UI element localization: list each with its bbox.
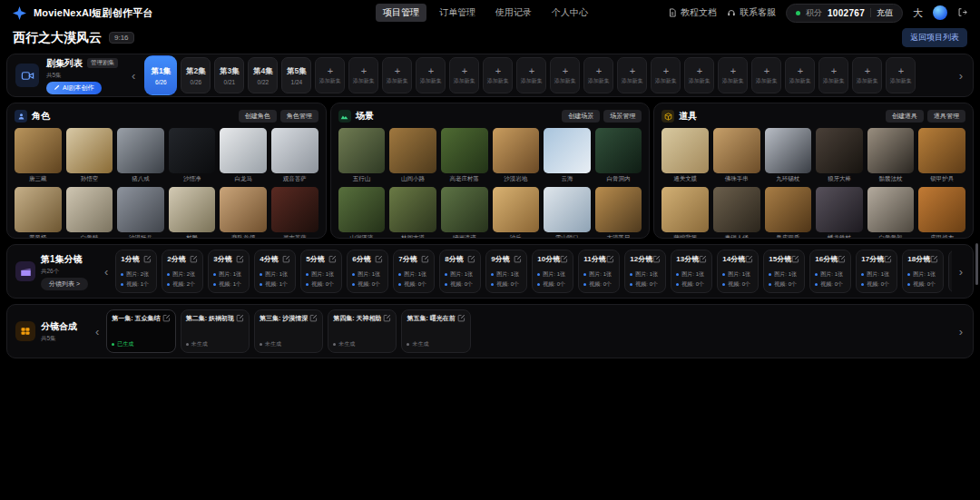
edit-icon[interactable] (791, 255, 799, 263)
props-tile-7[interactable]: 青铜人俑 (713, 187, 760, 239)
add-episode-card[interactable]: + 添加新集 (315, 57, 345, 93)
avatar[interactable] (933, 5, 947, 20)
compose-card-5[interactable]: 第五集: 曙光在前 未生成 (401, 309, 470, 353)
characters-tile-10[interactable]: 商队首领 (220, 187, 267, 239)
add-episode-card[interactable]: + 添加新集 (449, 57, 479, 93)
edit-icon[interactable] (328, 255, 337, 263)
compose-card-3[interactable]: 第三集: 沙漠情深 未生成 (254, 309, 323, 353)
shot-card-15[interactable]: 15分镜 图片: 1张 视频: 0个 (763, 250, 805, 293)
edit-icon[interactable] (884, 255, 892, 263)
characters-tile-5[interactable]: 观音菩萨 (271, 128, 318, 182)
create-prop-button[interactable]: 创建道具 (886, 110, 924, 123)
edit-icon[interactable] (560, 255, 568, 263)
props-tile-9[interactable]: 蟠龙铁杖 (816, 187, 863, 239)
edit-icon[interactable] (457, 314, 466, 322)
edit-icon[interactable] (421, 255, 429, 263)
props-tile-1[interactable]: 佛珠手串 (713, 128, 760, 182)
edit-icon[interactable] (699, 255, 707, 263)
props-tile-6[interactable]: 藤编背篓 (662, 187, 709, 239)
page-scrollbar[interactable] (975, 243, 978, 285)
scenes-tile-11[interactable]: 大漠落日 (595, 187, 642, 239)
shot-card-11[interactable]: 11分镜 图片: 1张 视频: 0个 (578, 250, 620, 293)
add-episode-card[interactable]: + 添加新集 (550, 57, 580, 93)
manage-episodes-button[interactable]: 管理剧集 (87, 58, 118, 68)
episode-card-2[interactable]: 第2集0/26 (181, 57, 211, 93)
shot-card-18[interactable]: 18分镜 图片: 1张 视频: 0个 (902, 250, 944, 293)
add-episode-card[interactable]: + 添加新集 (684, 57, 714, 93)
shot-card-19[interactable]: 19分镜 图片: 1张 视频: 0个 (948, 250, 951, 293)
scenes-tile-0[interactable]: 五行山 (338, 128, 386, 182)
characters-tile-4[interactable]: 白龙马 (220, 128, 267, 182)
compose-scroll-right-icon[interactable]: › (957, 326, 965, 338)
create-character-button[interactable]: 创建角色 (239, 110, 277, 123)
shot-card-2[interactable]: 2分镜 图片: 2张 视频: 2个 (162, 250, 203, 293)
shot-card-3[interactable]: 3分镜 图片: 1张 视频: 1个 (208, 250, 250, 293)
scenes-tile-1[interactable]: 山间小路 (389, 128, 436, 182)
characters-tile-7[interactable]: 白骨精 (66, 187, 113, 239)
add-episode-card[interactable]: + 添加新集 (818, 57, 848, 93)
manage-characters-button[interactable]: 角色管理 (280, 110, 318, 123)
storyboard-scroll-right-icon[interactable]: › (957, 266, 965, 278)
edit-icon[interactable] (652, 255, 661, 263)
props-tile-8[interactable]: 兽皮圆盾 (765, 187, 812, 239)
edit-icon[interactable] (282, 255, 290, 263)
scenes-tile-4[interactable]: 云海 (544, 128, 591, 182)
scenes-tile-5[interactable]: 白骨洞内 (595, 128, 642, 182)
support-link[interactable]: 联系客服 (727, 6, 776, 19)
scenes-tile-2[interactable]: 高老庄村落 (441, 128, 488, 182)
scenes-tile-6[interactable]: 山涧溪流 (338, 187, 386, 239)
characters-tile-9[interactable]: 村民 (169, 187, 216, 239)
edit-icon[interactable] (930, 255, 938, 263)
storyboard-scroll-left-icon[interactable]: ‹ (103, 266, 110, 278)
manage-props-button[interactable]: 道具管理 (927, 110, 965, 123)
shot-card-13[interactable]: 13分镜 图片: 1张 视频: 0个 (671, 250, 712, 293)
edit-icon[interactable] (514, 255, 522, 263)
characters-tile-8[interactable]: 沙漠妖兵 (117, 187, 164, 239)
nav-item-0[interactable]: 项目管理 (376, 4, 426, 22)
scenes-tile-3[interactable]: 沙漠岩地 (493, 128, 540, 182)
edit-icon[interactable] (162, 314, 171, 322)
add-episode-card[interactable]: + 添加新集 (852, 57, 882, 93)
add-episode-card[interactable]: + 添加新集 (651, 57, 681, 93)
add-episode-card[interactable]: + 添加新集 (483, 57, 513, 93)
back-to-projects-button[interactable]: 返回项目列表 (902, 28, 967, 47)
props-tile-10[interactable]: 白骨骨架 (867, 187, 915, 239)
episodes-scroll-right-icon[interactable]: › (957, 70, 965, 82)
shot-card-16[interactable]: 16分镜 图片: 1张 视频: 0个 (809, 250, 851, 293)
shot-card-17[interactable]: 17分镜 图片: 1张 视频: 0个 (856, 250, 897, 293)
create-scene-button[interactable]: 创建场景 (562, 110, 600, 123)
scenes-tile-8[interactable]: 绿洲遗迹 (441, 187, 488, 239)
compose-card-2[interactable]: 第二集: 妖祸初现 未生成 (181, 309, 250, 353)
edit-icon[interactable] (190, 255, 198, 263)
scenes-tile-9[interactable]: 沙丘 (493, 187, 540, 239)
props-tile-11[interactable]: 皮甲战衣 (918, 187, 965, 239)
edit-icon[interactable] (309, 314, 318, 322)
shot-card-12[interactable]: 12分镜 图片: 1张 视频: 0个 (624, 250, 666, 293)
add-episode-card[interactable]: + 添加新集 (785, 57, 815, 93)
edit-icon[interactable] (375, 255, 383, 263)
add-episode-card[interactable]: + 添加新集 (382, 57, 412, 93)
add-episode-card[interactable]: + 添加新集 (583, 57, 613, 93)
episode-card-5[interactable]: 第5集1/24 (281, 57, 311, 93)
characters-tile-6[interactable]: 黄风怪 (15, 187, 62, 239)
characters-tile-1[interactable]: 孙悟空 (66, 128, 113, 182)
compose-scroll-left-icon[interactable]: ‹ (93, 326, 101, 338)
recharge-button[interactable]: 充值 (877, 7, 893, 19)
scenes-tile-7[interactable]: 林间古道 (389, 187, 436, 239)
add-episode-card[interactable]: + 添加新集 (348, 57, 378, 93)
shot-card-8[interactable]: 8分镜 图片: 1张 视频: 0个 (439, 250, 481, 293)
props-tile-2[interactable]: 九环锡杖 (765, 128, 812, 182)
add-episode-card[interactable]: + 添加新集 (617, 57, 647, 93)
characters-tile-3[interactable]: 沙悟净 (169, 128, 216, 182)
characters-tile-11[interactable]: 灵吉菩萨 (271, 187, 318, 239)
edit-icon[interactable] (467, 255, 475, 263)
edit-icon[interactable] (383, 314, 391, 322)
episodes-scroll-left-icon[interactable]: ‹ (130, 70, 137, 82)
add-episode-card[interactable]: + 添加新集 (886, 57, 916, 93)
characters-tile-2[interactable]: 猪八戒 (117, 128, 164, 182)
props-tile-3[interactable]: 狼牙大棒 (816, 128, 863, 182)
edit-icon[interactable] (838, 255, 846, 263)
shot-card-14[interactable]: 14分镜 图片: 1张 视频: 0个 (717, 250, 759, 293)
props-tile-4[interactable]: 骷髅法杖 (867, 128, 915, 182)
shot-card-1[interactable]: 1分镜 图片: 2张 视频: 1个 (115, 250, 157, 293)
